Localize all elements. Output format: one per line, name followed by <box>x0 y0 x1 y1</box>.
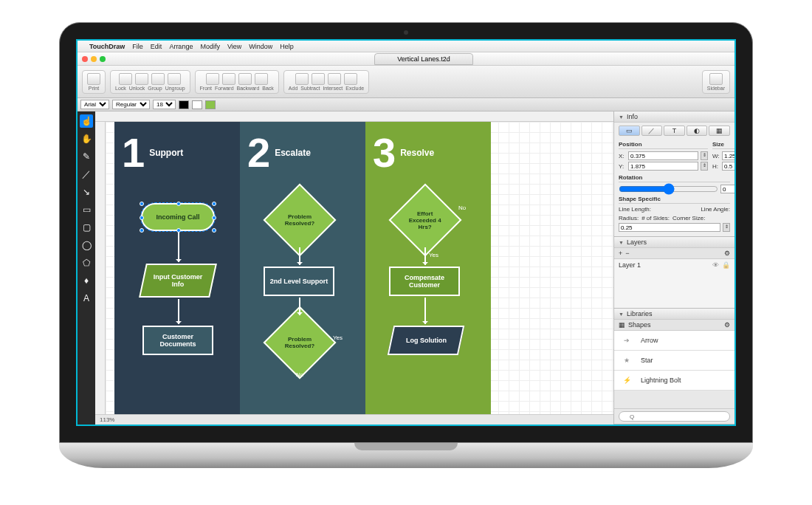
connector-tool[interactable]: ↘ <box>80 185 93 199</box>
font-weight-select[interactable]: Regular <box>112 100 150 109</box>
menu-arrange[interactable]: Arrange <box>169 43 193 50</box>
app-window: TouchDraw File Edit Arrange Modify View … <box>76 39 736 426</box>
inspector-panel: Info ▭ ／ T ◐ ▦ Position <box>613 111 734 425</box>
info-tab-shadow[interactable]: ▦ <box>709 126 730 136</box>
app-name[interactable]: TouchDraw <box>89 43 125 50</box>
menu-file[interactable]: File <box>132 43 143 50</box>
intersect-button[interactable] <box>328 73 341 85</box>
document-title: Vertical Lanes.t2d <box>397 55 450 63</box>
pan-tool[interactable]: ✋ <box>80 132 93 145</box>
ellipse-tool[interactable]: ◯ <box>80 238 93 252</box>
tool-dock: ☝ ✋ ✎ ／ ↘ ▭ ▢ ◯ ⬠ ♦ A <box>78 111 95 425</box>
size-h-input[interactable] <box>722 162 736 171</box>
lock-button[interactable] <box>119 73 132 85</box>
line-tool[interactable]: ／ <box>80 168 93 181</box>
layer-row[interactable]: Layer 1 👁 🔒 <box>614 259 734 271</box>
rounded-rect-tool[interactable]: ▢ <box>80 221 93 234</box>
document-tab[interactable]: Vertical Lanes.t2d <box>374 53 473 65</box>
subtract-button[interactable] <box>312 73 325 85</box>
edge-label-no: No <box>458 205 466 211</box>
toolbar: Print Lock Unlock Group Ungroup <box>78 66 734 98</box>
remove-layer-button[interactable]: − <box>625 250 629 257</box>
back-button[interactable] <box>255 73 268 85</box>
info-tab-fill[interactable]: ◐ <box>687 126 708 136</box>
backward-button[interactable] <box>238 73 252 85</box>
text-tool[interactable]: A <box>80 292 93 305</box>
node-2nd-level-support[interactable]: 2nd Level Support <box>264 267 334 296</box>
font-select[interactable]: Arial <box>80 100 109 109</box>
layer-options-icon[interactable]: ⚙ <box>724 250 730 257</box>
lock-group: Lock Unlock Group Ungroup <box>110 70 190 94</box>
layers-panel-header[interactable]: Layers <box>614 237 734 248</box>
menu-edit[interactable]: Edit <box>151 43 162 50</box>
fill-swatch[interactable] <box>192 100 202 109</box>
minimize-icon[interactable] <box>91 56 97 62</box>
zoom-icon[interactable] <box>100 56 106 62</box>
info-tab-stroke[interactable]: ／ <box>641 126 663 136</box>
ruler-horizontal <box>95 111 613 122</box>
pen-tool[interactable]: ✎ <box>80 150 93 163</box>
laptop-base <box>59 443 753 468</box>
stepper-icon[interactable]: ⇕ <box>701 151 708 160</box>
lock-icon[interactable]: 🔒 <box>722 261 730 269</box>
node-input-customer-info[interactable]: Input Customer Info <box>139 264 217 298</box>
camera-dot <box>404 30 408 35</box>
forward-button[interactable] <box>222 73 235 85</box>
sidebar-icon <box>709 73 723 85</box>
info-tab-geometry[interactable]: ▭ <box>619 126 640 136</box>
pos-y-input[interactable] <box>628 162 698 171</box>
node-compensate-customer[interactable]: Compensate Customer <box>389 267 460 296</box>
lightning-icon: ⚡ <box>619 374 635 387</box>
zoom-level[interactable]: 113% <box>100 416 114 423</box>
node-customer-documents[interactable]: Customer Documents <box>142 326 213 355</box>
group-button[interactable] <box>151 73 165 85</box>
canvas[interactable]: 1Support 2Escalate 3Resolve <box>106 122 613 414</box>
edge-label-yes-2: Yes <box>333 334 343 341</box>
arrow <box>299 298 300 315</box>
node-log-solution[interactable]: Log Solution <box>388 326 465 355</box>
add-layer-button[interactable]: + <box>619 250 622 257</box>
library-item-arrow[interactable]: ➔Arrow <box>614 331 734 351</box>
rotation-input[interactable] <box>720 185 736 193</box>
close-icon[interactable] <box>82 56 88 62</box>
ungroup-button[interactable] <box>168 73 181 85</box>
grid-view-icon[interactable]: ▦ <box>619 321 625 329</box>
library-item-lightning[interactable]: ⚡Lightning Bolt <box>614 371 734 391</box>
stepper-icon[interactable]: ⇕ <box>701 162 708 171</box>
node-incoming-call[interactable]: Incoming Call <box>141 203 215 231</box>
pos-x-input[interactable] <box>628 151 698 160</box>
pointer-tool[interactable]: ☝ <box>80 114 93 128</box>
arrow <box>178 233 179 262</box>
arrow <box>299 247 300 265</box>
text-color-swatch[interactable] <box>179 100 189 109</box>
library-item-star[interactable]: ★Star <box>614 351 734 371</box>
add-button[interactable] <box>295 73 309 85</box>
rotation-slider[interactable] <box>619 185 718 193</box>
font-size-select[interactable]: 18 <box>153 100 176 109</box>
menu-modify[interactable]: Modify <box>200 43 220 50</box>
polygon-tool[interactable]: ⬠ <box>80 256 93 269</box>
print-button[interactable]: Print <box>82 70 106 94</box>
stepper-icon[interactable]: ⇕ <box>723 223 730 232</box>
info-panel-header[interactable]: Info <box>614 111 734 123</box>
menu-window[interactable]: Window <box>249 43 272 50</box>
library-search-input[interactable] <box>619 411 730 422</box>
sidebar-toggle[interactable]: Sidebar <box>702 70 730 94</box>
libraries-panel-header[interactable]: Libraries <box>614 309 734 320</box>
path-tool[interactable]: ♦ <box>80 274 93 287</box>
menu-view[interactable]: View <box>227 43 241 50</box>
front-button[interactable] <box>206 73 219 85</box>
eye-icon[interactable]: 👁 <box>712 261 719 269</box>
star-icon: ★ <box>619 354 635 367</box>
exclude-button[interactable] <box>344 73 357 85</box>
library-options-icon[interactable]: ⚙ <box>724 321 730 329</box>
order-group: Front Forward Backward Back <box>195 70 279 94</box>
menu-help[interactable]: Help <box>280 43 294 50</box>
info-tab-text[interactable]: T <box>664 126 685 136</box>
arrow <box>178 299 179 324</box>
unlock-button[interactable] <box>135 73 148 85</box>
rect-tool[interactable]: ▭ <box>80 203 93 216</box>
corner-size-input[interactable] <box>619 223 720 232</box>
size-w-input[interactable] <box>722 151 736 160</box>
accent-swatch[interactable] <box>205 100 216 109</box>
